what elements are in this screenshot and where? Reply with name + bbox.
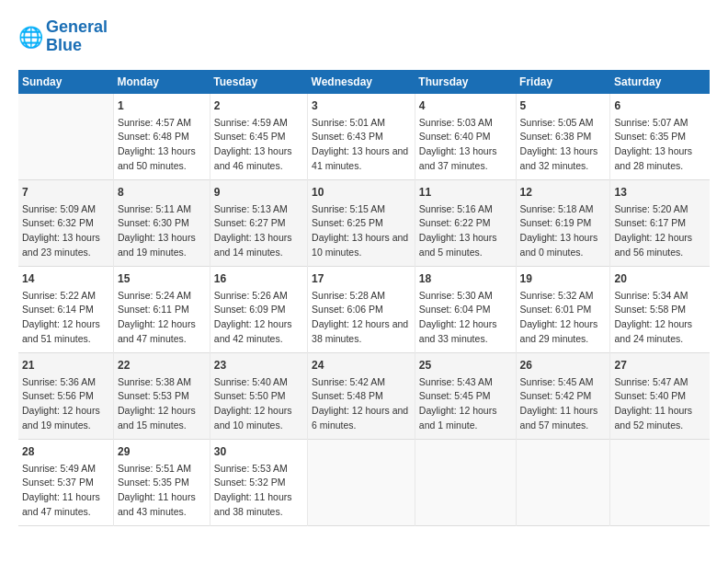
day-sunrise: Sunrise: 5:18 AM: [520, 202, 607, 217]
day-cell: 4 Sunrise: 5:03 AM Sunset: 6:40 PM Dayli…: [415, 94, 516, 180]
day-daylight: Daylight: 13 hours and 0 minutes.: [520, 231, 607, 260]
day-number: 7: [22, 184, 109, 201]
day-cell: 30 Sunrise: 5:53 AM Sunset: 5:32 PM Dayl…: [210, 439, 307, 525]
svg-text:🌐: 🌐: [18, 25, 44, 50]
day-sunrise: Sunrise: 5:15 AM: [312, 202, 411, 217]
day-daylight: Daylight: 13 hours and 10 minutes.: [312, 231, 411, 260]
logo-text-blue: Blue: [46, 37, 108, 55]
week-row-2: 7 Sunrise: 5:09 AM Sunset: 6:32 PM Dayli…: [18, 179, 710, 266]
day-cell: 11 Sunrise: 5:16 AM Sunset: 6:22 PM Dayl…: [415, 179, 516, 266]
day-number: 10: [312, 184, 411, 201]
day-daylight: Daylight: 12 hours and 19 minutes.: [22, 404, 109, 433]
day-cell: 15 Sunrise: 5:24 AM Sunset: 6:11 PM Dayl…: [114, 266, 210, 352]
day-cell: [308, 439, 415, 525]
day-daylight: Daylight: 12 hours and 56 minutes.: [614, 231, 706, 260]
day-number: 29: [118, 443, 206, 460]
day-cell: 12 Sunrise: 5:18 AM Sunset: 6:19 PM Dayl…: [516, 179, 610, 266]
day-daylight: Daylight: 13 hours and 50 minutes.: [118, 144, 206, 174]
day-number: 15: [118, 270, 206, 287]
day-cell: 17 Sunrise: 5:28 AM Sunset: 6:06 PM Dayl…: [308, 266, 415, 352]
day-daylight: Daylight: 12 hours and 42 minutes.: [214, 317, 303, 347]
day-number: 25: [419, 357, 512, 373]
day-number: 22: [118, 357, 206, 373]
day-number: 9: [214, 184, 303, 201]
day-cell: 29 Sunrise: 5:51 AM Sunset: 5:35 PM Dayl…: [114, 439, 210, 525]
day-header-saturday: Saturday: [610, 70, 710, 94]
day-sunset: Sunset: 6:45 PM: [214, 130, 303, 144]
day-sunrise: Sunrise: 5:53 AM: [214, 462, 303, 477]
day-sunrise: Sunrise: 5:01 AM: [312, 116, 411, 131]
day-sunset: Sunset: 5:58 PM: [614, 303, 706, 317]
day-daylight: Daylight: 12 hours and 15 minutes.: [118, 404, 206, 433]
day-sunrise: Sunrise: 5:07 AM: [614, 116, 706, 131]
day-number: 18: [419, 270, 512, 287]
day-sunrise: Sunrise: 4:59 AM: [214, 116, 303, 131]
day-sunset: Sunset: 6:25 PM: [312, 216, 411, 231]
day-cell: 14 Sunrise: 5:22 AM Sunset: 6:14 PM Dayl…: [18, 266, 114, 352]
calendar-table: SundayMondayTuesdayWednesdayThursdayFrid…: [18, 70, 710, 526]
day-sunset: Sunset: 6:04 PM: [419, 303, 512, 317]
day-sunrise: Sunrise: 5:43 AM: [419, 375, 512, 390]
day-cell: 9 Sunrise: 5:13 AM Sunset: 6:27 PM Dayli…: [210, 179, 307, 266]
day-sunset: Sunset: 5:40 PM: [614, 389, 706, 404]
day-number: 13: [614, 184, 706, 201]
week-row-4: 21 Sunrise: 5:36 AM Sunset: 5:56 PM Dayl…: [18, 352, 710, 439]
day-cell: [18, 94, 114, 180]
day-number: 11: [419, 184, 512, 201]
day-number: 2: [214, 98, 303, 114]
day-number: 16: [214, 270, 303, 287]
day-daylight: Daylight: 12 hours and 38 minutes.: [312, 317, 411, 347]
day-sunrise: Sunrise: 5:32 AM: [520, 289, 607, 304]
day-cell: 24 Sunrise: 5:42 AM Sunset: 5:48 PM Dayl…: [308, 352, 415, 439]
day-daylight: Daylight: 13 hours and 41 minutes.: [312, 144, 411, 174]
day-daylight: Daylight: 11 hours and 57 minutes.: [520, 404, 607, 433]
day-sunset: Sunset: 5:50 PM: [214, 389, 303, 404]
day-cell: 13 Sunrise: 5:20 AM Sunset: 6:17 PM Dayl…: [610, 179, 710, 266]
day-cell: 26 Sunrise: 5:45 AM Sunset: 5:42 PM Dayl…: [516, 352, 610, 439]
logo: 🌐 General Blue: [18, 18, 108, 55]
day-cell: 27 Sunrise: 5:47 AM Sunset: 5:40 PM Dayl…: [610, 352, 710, 439]
day-sunrise: Sunrise: 5:36 AM: [22, 375, 109, 390]
day-daylight: Daylight: 13 hours and 37 minutes.: [419, 144, 512, 174]
day-sunset: Sunset: 6:09 PM: [214, 303, 303, 317]
day-header-tuesday: Tuesday: [210, 70, 307, 94]
day-cell: [516, 439, 610, 525]
day-daylight: Daylight: 13 hours and 5 minutes.: [419, 231, 512, 260]
day-sunset: Sunset: 6:48 PM: [118, 130, 206, 144]
day-daylight: Daylight: 13 hours and 23 minutes.: [22, 231, 109, 260]
day-number: 6: [614, 98, 706, 114]
day-sunrise: Sunrise: 5:22 AM: [22, 289, 109, 304]
week-row-5: 28 Sunrise: 5:49 AM Sunset: 5:37 PM Dayl…: [18, 439, 710, 525]
day-number: 12: [520, 184, 607, 201]
day-sunset: Sunset: 5:48 PM: [312, 389, 411, 404]
day-sunrise: Sunrise: 5:47 AM: [614, 375, 706, 390]
day-number: 26: [520, 357, 607, 373]
day-number: 17: [312, 270, 411, 287]
day-daylight: Daylight: 12 hours and 6 minutes.: [312, 404, 411, 433]
day-daylight: Daylight: 11 hours and 47 minutes.: [22, 490, 109, 520]
day-cell: 2 Sunrise: 4:59 AM Sunset: 6:45 PM Dayli…: [210, 94, 307, 180]
day-sunset: Sunset: 5:53 PM: [118, 389, 206, 404]
day-sunrise: Sunrise: 5:42 AM: [312, 375, 411, 390]
day-cell: 20 Sunrise: 5:34 AM Sunset: 5:58 PM Dayl…: [610, 266, 710, 352]
day-number: 4: [419, 98, 512, 114]
day-cell: 6 Sunrise: 5:07 AM Sunset: 6:35 PM Dayli…: [610, 94, 710, 180]
day-cell: 25 Sunrise: 5:43 AM Sunset: 5:45 PM Dayl…: [415, 352, 516, 439]
day-number: 20: [614, 270, 706, 287]
day-sunset: Sunset: 6:19 PM: [520, 216, 607, 231]
day-cell: [415, 439, 516, 525]
day-sunset: Sunset: 6:14 PM: [22, 303, 109, 317]
day-sunrise: Sunrise: 5:38 AM: [118, 375, 206, 390]
day-sunset: Sunset: 6:01 PM: [520, 303, 607, 317]
day-sunset: Sunset: 6:35 PM: [614, 130, 706, 144]
day-daylight: Daylight: 12 hours and 47 minutes.: [118, 317, 206, 347]
day-number: 3: [312, 98, 411, 114]
day-number: 30: [214, 443, 303, 460]
day-sunset: Sunset: 6:43 PM: [312, 130, 411, 144]
day-daylight: Daylight: 13 hours and 46 minutes.: [214, 144, 303, 174]
day-sunset: Sunset: 6:27 PM: [214, 216, 303, 231]
day-cell: 21 Sunrise: 5:36 AM Sunset: 5:56 PM Dayl…: [18, 352, 114, 439]
day-cell: 3 Sunrise: 5:01 AM Sunset: 6:43 PM Dayli…: [308, 94, 415, 180]
day-sunrise: Sunrise: 5:03 AM: [419, 116, 512, 131]
day-sunrise: Sunrise: 5:49 AM: [22, 462, 109, 477]
